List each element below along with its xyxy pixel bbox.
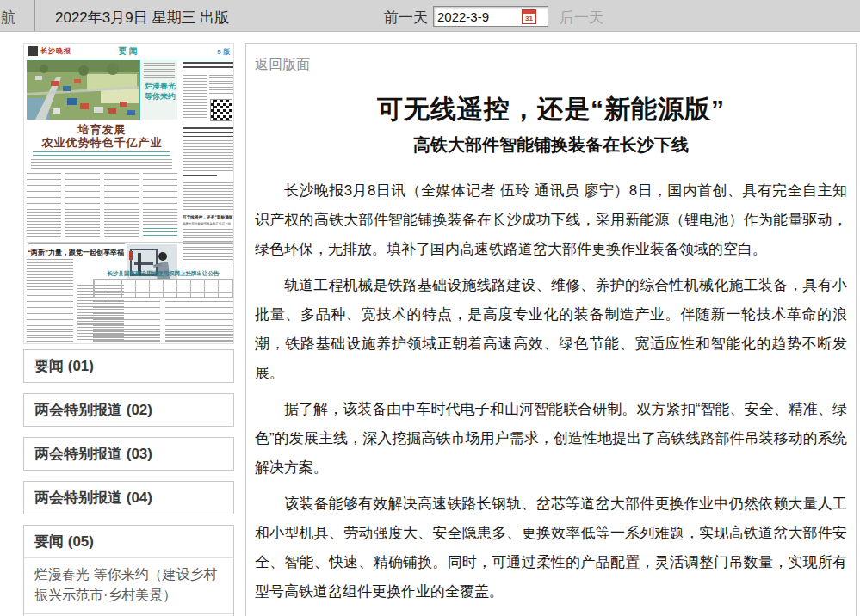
previous-day-link[interactable]: 前一天 <box>384 8 428 28</box>
section-label[interactable]: 要闻 (01) <box>24 350 233 382</box>
article-title: 可无线遥控，还是“新能源版” <box>255 92 847 127</box>
thumb-main-headline: 培育发展 农业优势特色千亿产业 <box>27 123 177 149</box>
section-label[interactable]: 两会特别报道 (04) <box>24 482 233 514</box>
date-input[interactable] <box>434 8 517 25</box>
back-to-page-link[interactable]: 返回版面 <box>255 56 310 74</box>
article-body: 长沙晚报3月8日讯（全媒体记者 伍玲 通讯员 廖宁）8日，国内首创、具有完全自主… <box>255 176 847 616</box>
section-label[interactable]: 两会特别报道 (02) <box>24 394 233 426</box>
article-paragraph: 据了解，该装备由中车时代电子和山河智能联合研制。双方紧扣“智能、安全、精准、绿色… <box>255 395 847 483</box>
next-day-link-disabled: 后一天 <box>560 8 603 28</box>
thumb-current-article-headline: 可无线遥控，还是“新能源版” <box>183 214 223 220</box>
section-label[interactable]: 两会特别报道 (03) <box>24 438 233 470</box>
thumb-table-title: 长沙县国有建设用地使用权网上挂牌出让公告 <box>93 270 233 278</box>
thumb-masthead-rule <box>28 59 230 59</box>
sidebar-section-yaowen-01: 要闻 (01) <box>23 349 234 383</box>
nav-partial-label[interactable]: 航 <box>1 8 15 28</box>
thumb-right-headline-sim <box>183 62 233 71</box>
top-navigation-bar: 航 2022年3月9日 星期三 出版 前一天 31 后一天 <box>0 0 860 32</box>
sidebar-section-lianghui-02: 两会特别报道 (02) <box>23 393 234 427</box>
thumb-aerial-photo <box>27 60 139 120</box>
sidebar-section-lianghui-04: 两会特别报道 (04) <box>23 481 234 514</box>
thumb-mid-headline: “两新”力量，跟党一起创享幸福 <box>28 248 126 257</box>
thumb-qr-code <box>210 99 232 121</box>
article-paragraph: 该装备能够有效解决高速铁路长钢轨、岔芯等道岔大部件更换作业中仍然依赖大量人工和小… <box>255 490 847 607</box>
sidebar-section-lianghui-03: 两会特别报道 (03) <box>23 437 234 471</box>
thumb-masthead-page: 5 版 <box>217 47 230 57</box>
publication-date-label: 2022年3月9日 星期三 出版 <box>55 8 229 28</box>
section-label[interactable]: 要闻 (05) <box>24 526 233 557</box>
topbar-divider <box>34 0 35 31</box>
thumb-masthead-section: 要闻 <box>24 46 233 58</box>
thumb-subhead-sim <box>33 151 170 157</box>
date-picker-field[interactable]: 31 <box>433 6 548 27</box>
article-subtitle: 高铁大部件智能铺换装备在长沙下线 <box>255 133 847 157</box>
sidebar-section-yaowen-05: 要闻 (05) 烂漫春光 等你来约（建设乡村振兴示范市·乡村美景） 培育发展农业… <box>23 525 234 616</box>
sidebar: 长沙晚报 要闻 5 版 <box>23 43 234 616</box>
article-panel: 返回版面 可无线遥控，还是“新能源版” 高铁大部件智能铺换装备在长沙下线 长沙晚… <box>245 43 857 616</box>
calendar-icon[interactable]: 31 <box>522 9 536 24</box>
thumb-table-grid <box>93 279 233 298</box>
thumb-inset-title: 烂漫春光 等你来约 <box>144 81 176 102</box>
article-link[interactable]: 烂漫春光 等你来约（建设乡村振兴示范市·乡村美景） <box>24 557 233 613</box>
thumb-inset-feature: 烂漫春光 等你来约 <box>139 60 177 120</box>
article-paragraph: 长沙晚报3月8日讯（全媒体记者 伍玲 通讯员 廖宁）8日，国内首创、具有完全自主… <box>255 176 847 264</box>
paper-thumbnail[interactable]: 长沙晚报 要闻 5 版 <box>23 43 234 344</box>
calendar-day-number: 31 <box>523 15 535 23</box>
article-paragraph: 轨道工程机械是铁路基础设施线路建设、维修、养护的综合性机械化施工装备，具有小批量… <box>255 271 847 388</box>
thumb-current-article-subhead: 高铁大部件智能铺换装备在长沙下线 <box>183 221 218 225</box>
